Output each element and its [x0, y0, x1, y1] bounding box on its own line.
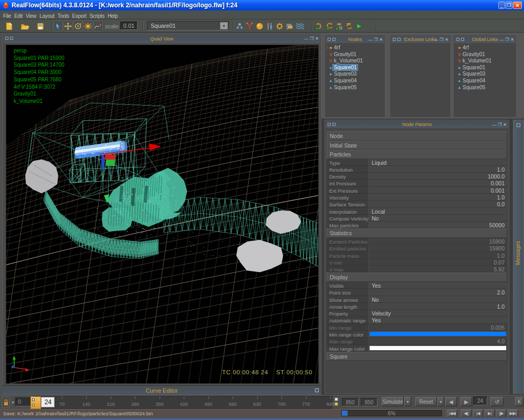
sliders-icon[interactable]	[265, 20, 274, 32]
param-section-initial-state[interactable]: Initial State	[327, 141, 507, 150]
node-item-square01[interactable]: ▲Square01	[326, 65, 384, 71]
waves-icon[interactable]	[295, 20, 304, 32]
loop-button[interactable]: ↺	[490, 397, 504, 406]
current-frame-field[interactable]: 24	[473, 396, 487, 405]
reset-button[interactable]: Reset	[415, 397, 437, 406]
node-item-4rf[interactable]: ●4rf	[455, 45, 515, 51]
panel-restore-icon[interactable]: ❐	[374, 37, 378, 42]
step-forward-button[interactable]: ▶|	[485, 410, 495, 417]
node-item-4rf[interactable]: ●4rf	[326, 45, 384, 51]
simulate-dropdown[interactable]: ▼	[404, 397, 411, 406]
messages-sidebar[interactable]: Messages	[513, 120, 524, 394]
panel-restore-icon[interactable]: ❐	[505, 37, 509, 42]
combo-arrow-icon[interactable]: ▼	[220, 22, 228, 29]
move-tool-icon[interactable]	[64, 20, 72, 32]
key-button[interactable]: K	[515, 397, 523, 406]
menu-help[interactable]: Help	[108, 12, 118, 19]
prev-frame-button[interactable]: ◀	[445, 397, 457, 406]
param-section-node[interactable]: Node	[327, 131, 507, 141]
vp-close-icon[interactable]: ✕	[315, 36, 319, 41]
timeline-lock-button[interactable]	[2, 396, 10, 408]
panel-close-icon[interactable]: ✕	[379, 37, 383, 42]
panel-close-icon[interactable]: ✕	[445, 37, 448, 42]
params-restore-icon[interactable]: ❐	[498, 122, 501, 127]
play-icon[interactable]	[354, 20, 363, 32]
params-close-icon[interactable]: ✕	[503, 122, 507, 127]
close-button[interactable]: ×	[513, 2, 522, 9]
gear-icon[interactable]	[275, 20, 284, 32]
first-frame-button[interactable]: |◀◀	[447, 410, 457, 417]
nodes-icon[interactable]	[235, 20, 244, 32]
vp-minimize-icon[interactable]: —	[304, 36, 308, 41]
node-item-k_volume01[interactable]: Vk_Volume01	[326, 58, 384, 65]
menu-file[interactable]: File	[3, 12, 11, 19]
scale-tool-icon[interactable]	[83, 20, 92, 32]
menu-edit[interactable]: Edit	[14, 12, 23, 19]
layers-icon[interactable]	[285, 20, 294, 32]
new-scene-icon[interactable]	[3, 20, 15, 32]
sphere-icon[interactable]	[255, 20, 264, 32]
panel-close-icon[interactable]: ✕	[510, 37, 514, 42]
node-item-square01[interactable]: ▲Square01	[455, 65, 515, 71]
step-back-button[interactable]: |◀	[473, 410, 483, 417]
menu-tools[interactable]: Tools	[58, 12, 69, 19]
param-section-display[interactable]: Display	[327, 272, 507, 282]
menu-view[interactable]: View	[26, 12, 36, 19]
quad-view-header[interactable]: Quad View —❐✕	[3, 35, 320, 43]
node-item-square04[interactable]: ▲Square04	[326, 78, 384, 85]
range-check-icon-2[interactable]	[334, 402, 338, 406]
menu-layout[interactable]: Layout	[39, 12, 54, 19]
param-section-square[interactable]: Square	[327, 352, 507, 361]
simulate-button[interactable]: Simulate	[382, 397, 404, 406]
messages-dock-icon[interactable]	[517, 123, 520, 127]
select-tool-icon[interactable]	[54, 20, 62, 32]
range-start-field[interactable]: 850	[342, 398, 359, 406]
save-scene-icon[interactable]	[35, 20, 46, 32]
range-end-field[interactable]: 850	[361, 398, 378, 406]
param-section-statistics[interactable]: Statistics	[327, 228, 507, 238]
panel-restore-icon[interactable]: ❐	[439, 37, 443, 42]
timeline-start-field[interactable]: 0	[15, 397, 32, 406]
curve-editor-bar[interactable]: Curve Editor	[2, 387, 321, 395]
panel-minimize-icon[interactable]: —	[434, 37, 438, 42]
messages-tab-label[interactable]: Messages	[515, 241, 521, 265]
node-item-square03[interactable]: ▲Square03	[326, 71, 384, 78]
menu-scripts[interactable]: Scripts	[89, 12, 104, 19]
lock-dropdown-icon[interactable]: ▼	[11, 401, 15, 404]
viewport-3d[interactable]: persp Square01 PAR:15900 Square03 PAR:14…	[6, 45, 319, 384]
next-key-button[interactable]: ||▶	[496, 410, 506, 417]
reset-dropdown[interactable]: ▼	[437, 397, 444, 406]
panel-global-header[interactable]: Global Links—❐✕	[454, 36, 516, 43]
sim-restart-icon[interactable]	[315, 20, 323, 32]
sim-loop-icon[interactable]	[324, 20, 333, 32]
param-section-particles[interactable]: Particles	[327, 150, 507, 159]
play-button[interactable]: ▶	[460, 397, 472, 406]
panel-minimize-icon[interactable]: —	[368, 37, 372, 42]
restore-button[interactable]: ❐	[506, 2, 512, 9]
curve-editor-expand-icon[interactable]	[315, 388, 319, 392]
node-item-square04[interactable]: ▲Square04	[455, 78, 515, 85]
links-icon[interactable]	[245, 20, 254, 32]
scale-input[interactable]: 0.01	[120, 22, 138, 30]
node-item-k_volume01[interactable]: Vk_Volume01	[455, 58, 515, 65]
timeline-strip[interactable]: 70140210280350420490560630700770840 24	[33, 396, 332, 409]
panel-excl-header[interactable]: Exclusive Links—❐✕	[391, 36, 450, 43]
node-item-gravity01[interactable]: VGravity01	[326, 51, 384, 58]
open-scene-icon[interactable]	[19, 20, 30, 32]
minimize-button[interactable]: _	[498, 2, 505, 9]
node-selector[interactable]: Square01 ▼	[147, 21, 229, 30]
panel-nodes-header[interactable]: Nodes—❐✕	[326, 36, 384, 43]
node-item-square05[interactable]: ▲Square05	[455, 85, 515, 91]
range-check-icon-1[interactable]	[334, 397, 338, 401]
node-params-header[interactable]: Node Params —❐✕	[326, 121, 508, 128]
timeline-playhead[interactable]	[30, 396, 41, 409]
vp-restore-icon[interactable]: ❐	[310, 36, 313, 41]
params-minimize-icon[interactable]: —	[492, 122, 496, 127]
menu-export[interactable]: Export	[72, 12, 86, 19]
sim-reset-icon[interactable]: RC	[344, 20, 353, 32]
node-item-gravity01[interactable]: VGravity01	[455, 51, 515, 58]
panel-minimize-icon[interactable]: —	[499, 37, 504, 42]
node-item-square03[interactable]: ▲Square03	[455, 71, 515, 78]
node-item-square05[interactable]: ▲Square05	[326, 85, 384, 91]
prev-key-button[interactable]: ◀||	[461, 410, 471, 417]
